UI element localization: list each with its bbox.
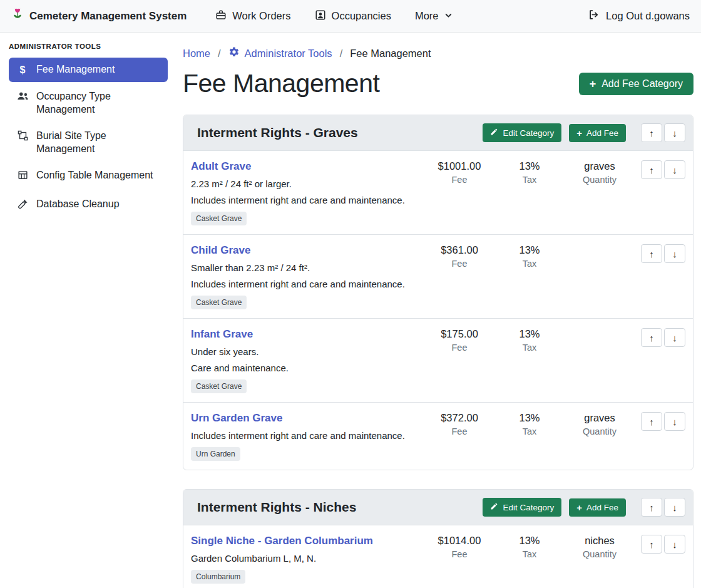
nav-work-orders-label: Work Orders — [232, 10, 290, 22]
fee-amount: $1014.00 Fee — [425, 535, 494, 559]
edit-category-button[interactable]: Edit Category — [483, 123, 561, 142]
sidebar-item-burial-site-type-management[interactable]: Burial Site Type Management — [9, 124, 168, 161]
sidebar-item-config-table-management[interactable]: Config Table Management — [9, 163, 168, 189]
add-fee-button[interactable]: + Add Fee — [569, 498, 626, 517]
fee-row: Adult Grave 2.23 m² / 24 ft² or larger. … — [183, 150, 693, 234]
add-fee-label: Add Fee — [586, 128, 618, 138]
top-navbar: Cemetery Management System Work Orders — [0, 0, 701, 33]
sidebar-item-label: Burial Site Type Management — [36, 130, 160, 155]
fee-description: Includes interment right and care and ma… — [191, 430, 420, 441]
breadcrumb-admin-tools-label: Administrator Tools — [245, 48, 332, 59]
category-header: Interment Rights - Graves Edit Category … — [183, 115, 693, 150]
move-fee-down-button[interactable]: ↓ — [664, 535, 685, 554]
move-fee-up-button[interactable]: ↑ — [641, 328, 662, 347]
move-fee-up-button[interactable]: ↑ — [641, 244, 662, 263]
move-fee-down-button[interactable]: ↓ — [664, 244, 685, 263]
move-fee-down-button[interactable]: ↓ — [664, 412, 685, 431]
broom-icon — [16, 199, 29, 212]
fee-name-link[interactable]: Infant Grave — [191, 328, 253, 341]
move-category-up-button[interactable]: ↑ — [641, 498, 662, 517]
fee-description: Under six years. — [191, 346, 420, 357]
fee-amount: $372.00 Fee — [425, 412, 494, 436]
pencil-icon — [490, 502, 498, 512]
fee-row: Infant Grave Under six years. Care and m… — [183, 318, 693, 402]
fee-amount: $1001.00 Fee — [425, 160, 494, 185]
fee-name-link[interactable]: Child Grave — [191, 244, 250, 257]
breadcrumb-separator: / — [218, 48, 221, 59]
nav-more-label: More — [415, 10, 439, 22]
breadcrumb-admin-tools-link[interactable]: Administrator Tools — [228, 46, 332, 60]
dollar-icon: $ — [16, 64, 29, 76]
move-fee-up-button[interactable]: ↑ — [641, 160, 662, 179]
work-orders-icon — [215, 9, 227, 23]
move-fee-up-button[interactable]: ↑ — [641, 535, 662, 554]
fee-amount: $361.00 Fee — [425, 244, 494, 269]
fee-row: Urn Garden Grave Includes interment righ… — [183, 402, 693, 470]
fee-row: Single Niche - Garden Columbarium Garden… — [183, 525, 693, 588]
category-title: Interment Rights - Niches — [191, 500, 478, 515]
move-category-up-button[interactable]: ↑ — [641, 123, 662, 142]
app-brand[interactable]: Cemetery Management System — [11, 8, 187, 24]
add-fee-button[interactable]: + Add Fee — [569, 124, 626, 142]
fee-description: 2.23 m² / 24 ft² or larger. — [191, 178, 420, 189]
fee-tax: 13% Tax — [499, 412, 560, 436]
move-fee-down-button[interactable]: ↓ — [664, 160, 685, 179]
breadcrumb: Home / Administrator Tools / Fee Managem… — [183, 46, 693, 60]
app-title: Cemetery Management System — [29, 10, 187, 23]
fee-type-badge: Casket Grave — [191, 212, 247, 225]
main-content: Home / Administrator Tools / Fee Managem… — [175, 33, 701, 588]
category-header: Interment Rights - Niches Edit Category … — [183, 490, 693, 525]
fee-name-link[interactable]: Urn Garden Grave — [191, 412, 282, 425]
breadcrumb-home-link[interactable]: Home — [183, 48, 210, 59]
logout-label: Log Out d.gowans — [606, 10, 690, 22]
move-category-down-button[interactable]: ↓ — [664, 123, 685, 142]
logout-button[interactable]: Log Out d.gowans — [588, 9, 690, 23]
move-category-down-button[interactable]: ↓ — [664, 498, 685, 517]
breadcrumb-separator: / — [340, 48, 343, 59]
sidebar-item-label: Database Cleanup — [36, 198, 120, 210]
plus-icon: + — [576, 503, 582, 512]
edit-category-button[interactable]: Edit Category — [483, 498, 561, 517]
fee-quantity: niches Quantity — [565, 535, 634, 559]
add-fee-category-button[interactable]: + Add Fee Category — [579, 73, 693, 95]
fee-tax: 13% Tax — [499, 535, 560, 559]
sidebar-header: ADMINISTRATOR TOOLS — [9, 43, 168, 50]
plus-icon: + — [590, 78, 596, 90]
sidebar-item-label: Occupancy Type Management — [36, 90, 160, 116]
fee-category-card: Interment Rights - Niches Edit Category … — [183, 489, 693, 588]
sidebar-item-database-cleanup[interactable]: Database Cleanup — [9, 192, 168, 218]
pencil-icon — [490, 128, 498, 138]
category-title: Interment Rights - Graves — [191, 125, 478, 140]
edit-category-label: Edit Category — [503, 503, 554, 512]
plus-icon: + — [576, 128, 582, 138]
fee-name-link[interactable]: Single Niche - Garden Columbarium — [191, 535, 373, 547]
add-fee-category-label: Add Fee Category — [601, 78, 683, 90]
sidebar-item-occupancy-type-management[interactable]: Occupancy Type Management — [9, 85, 168, 121]
nav-occupancies[interactable]: Occupancies — [315, 9, 391, 23]
fee-type-badge: Columbarium — [191, 570, 245, 584]
breadcrumb-current: Fee Management — [350, 48, 431, 59]
site-frame-icon — [16, 130, 29, 144]
admin-sidebar: ADMINISTRATOR TOOLS $ Fee Management Occ… — [0, 33, 175, 228]
fee-tax: 13% Tax — [499, 160, 560, 185]
fee-tax: 13% Tax — [499, 328, 560, 353]
fee-quantity: graves Quantity — [565, 160, 634, 185]
move-fee-up-button[interactable]: ↑ — [641, 412, 662, 431]
sidebar-item-label: Config Table Management — [36, 169, 153, 182]
table-icon — [16, 170, 29, 183]
users-icon — [16, 91, 29, 104]
sidebar-item-label: Fee Management — [36, 63, 115, 76]
fee-tax: 13% Tax — [499, 244, 560, 269]
gear-icon — [228, 46, 240, 60]
fee-name-link[interactable]: Adult Grave — [191, 160, 251, 173]
nav-work-orders[interactable]: Work Orders — [215, 9, 290, 23]
move-fee-down-button[interactable]: ↓ — [664, 328, 685, 347]
fee-category-card: Interment Rights - Graves Edit Category … — [183, 115, 693, 470]
fee-description: Includes interment right and care and ma… — [191, 195, 420, 205]
nav-more[interactable]: More — [415, 10, 453, 22]
fee-type-badge: Casket Grave — [191, 296, 247, 309]
edit-category-label: Edit Category — [503, 128, 554, 138]
sidebar-item-fee-management[interactable]: $ Fee Management — [9, 58, 168, 82]
fee-description: Garden Columbarium L, M, N. — [191, 553, 420, 564]
add-fee-label: Add Fee — [586, 503, 618, 512]
